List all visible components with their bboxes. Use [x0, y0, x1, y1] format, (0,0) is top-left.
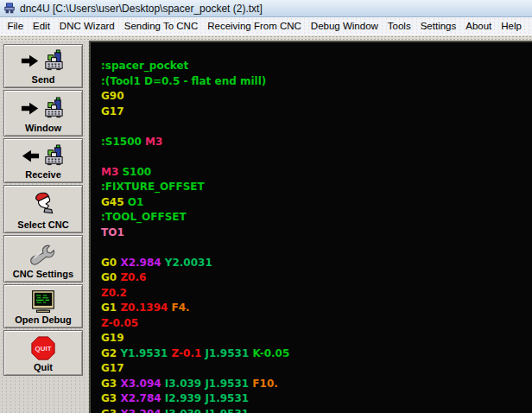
select-cnc-button[interactable]: Select CNC [3, 185, 83, 233]
orange-left-arrow-icon [21, 149, 40, 163]
code-line: G17 [101, 361, 532, 377]
receive-button[interactable]: Receive [3, 138, 83, 183]
quit-button[interactable]: QUIT Quit [3, 330, 83, 376]
menu-item-settings[interactable]: Settings [415, 19, 461, 33]
code-line [101, 119, 532, 135]
cnc-machine-icon [41, 144, 66, 168]
code-line: TO1 [101, 226, 532, 241]
code-line: :FIXTURE_OFFSET [101, 180, 532, 195]
code-line: G3 X3.094 I3.039 J1.9531 F10. [101, 377, 532, 392]
cnc-machine-icon [41, 97, 66, 120]
code-line: Z-0.05 [101, 316, 532, 332]
code-line: G3 X3.294 I3.039 J1.9531 [101, 407, 532, 413]
menu-item-edit[interactable]: Edit [28, 19, 55, 33]
app-icon[interactable] [3, 3, 16, 15]
window-button-label: Window [25, 123, 61, 134]
dnc4u-window: dnc4U [C:\Users\user\Desktop\spacer_pock… [0, 0, 532, 413]
menu-item-dnc-wizard[interactable]: DNC Wizard [54, 19, 119, 33]
quit-button-label: Quit [34, 362, 53, 373]
toolbar-gripper [0, 35, 532, 41]
code-line: G1 Z0.1394 F4. [101, 301, 532, 316]
open-debug-button-label: Open Debug [15, 315, 71, 326]
menu-bar: FileEditDNC WizardSending To CNCReceivin… [0, 17, 532, 35]
code-line: :(Tool1 D=0.5 - flat end mill) [101, 74, 532, 90]
menu-item-help[interactable]: Help [497, 19, 527, 33]
open-debug-button[interactable]: Open Debug [3, 284, 83, 328]
menu-item-file[interactable]: File [3, 19, 28, 33]
menu-item-debug-window[interactable]: Debug Window [306, 19, 383, 33]
yellow-right-arrow-icon [21, 101, 40, 116]
code-line: :S1500 M3 [101, 135, 532, 150]
code-line: G90 [101, 89, 532, 105]
svg-text:QUIT: QUIT [35, 345, 52, 353]
title-bar: dnc4U [C:\Users\user\Desktop\spacer_pock… [0, 0, 532, 17]
menu-item-tools[interactable]: Tools [383, 19, 415, 33]
menu-item-receiving-from-cnc[interactable]: Receiving From CNC [203, 19, 307, 33]
code-line: G2 Y1.9531 Z-0.1 J1.9531 K-0.05 [101, 346, 532, 362]
sidebar: Send Window Receive Select CNC [0, 41, 89, 413]
code-line [101, 240, 532, 256]
quit-stop-sign-icon: QUIT [30, 335, 56, 361]
wrench-icon [29, 242, 57, 266]
code-line: Z0.2 [101, 286, 532, 302]
receive-button-label: Receive [25, 169, 61, 181]
code-line: G17 [101, 105, 532, 120]
debug-monitor-icon [30, 289, 56, 314]
menu-item-about[interactable]: About [461, 19, 497, 33]
window-button[interactable]: Window [3, 90, 83, 137]
cnc-machine-icon [41, 49, 66, 73]
cnc-settings-button[interactable]: CNC Settings [3, 235, 83, 283]
window-title: dnc4U [C:\Users\user\Desktop\spacer_pock… [20, 3, 263, 15]
select-cnc-button-label: Select CNC [17, 219, 68, 231]
send-button-label: Send [32, 74, 55, 86]
menu-item-sending-to-cnc[interactable]: Sending To CNC [119, 19, 202, 33]
green-right-arrow-icon [21, 54, 40, 68]
code-line: :spacer_pocket [101, 59, 532, 74]
code-line: :TOOL_OFFSET [101, 210, 532, 226]
code-line: G45 O1 [101, 195, 532, 211]
code-line: G0 X2.984 Y2.0031 [101, 256, 532, 271]
code-line: M3 S100 [101, 165, 532, 181]
code-area[interactable]: :spacer_pocket:(Tool1 D=0.5 - flat end m… [89, 41, 532, 413]
code-line: G0 Z0.6 [101, 270, 532, 286]
code-line: G3 X2.784 I2.939 J1.9531 [101, 391, 532, 407]
send-button[interactable]: Send [3, 44, 83, 88]
cnc-settings-button-label: CNC Settings [13, 269, 73, 280]
code-line [101, 149, 532, 165]
code-line: G19 [101, 331, 532, 346]
pointing-hand-icon [29, 190, 57, 218]
